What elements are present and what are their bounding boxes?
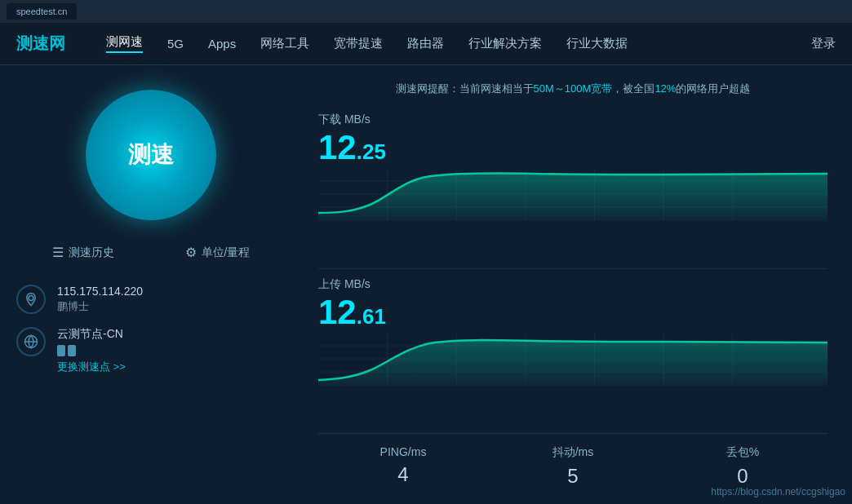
nav-item-bigdata[interactable]: 行业大数据 <box>566 36 628 51</box>
upload-dec: .61 <box>357 304 386 329</box>
nav-item-broadband[interactable]: 宽带提速 <box>334 36 383 51</box>
server-bars <box>57 345 126 356</box>
notice-bandwidth: 50M～100M宽带 <box>534 82 613 95</box>
loss-label: 丢包% <box>658 445 828 460</box>
nav-item-router[interactable]: 路由器 <box>407 36 444 51</box>
upload-section: 上传 MB/s 12.61 <box>318 277 828 409</box>
loss-value: 0 <box>658 465 828 488</box>
jitter-stat: 抖动/ms 5 <box>488 445 658 488</box>
nav-item-5g[interactable]: 5G <box>167 37 184 51</box>
svg-point-0 <box>29 296 33 301</box>
download-label: 下载 MB/s <box>318 113 828 127</box>
jitter-value: 5 <box>488 465 658 488</box>
right-panel: 测速网提醒：当前网速相当于50M～100M宽带，被全国12%的网络用户超越 下载… <box>302 65 852 504</box>
nav-item-speed[interactable]: 测网速 <box>106 34 143 53</box>
notice-percent: 12% <box>655 82 676 95</box>
notice-prefix: 测速网提醒：当前网速相当于 <box>396 82 534 95</box>
speed-button-label: 测速 <box>128 139 174 170</box>
download-chart <box>318 168 828 221</box>
settings-button[interactable]: ⚙ 单位/量程 <box>185 245 251 260</box>
navbar: 测速网 测网速 5G Apps 网络工具 宽带提速 路由器 行业解决方案 行业大… <box>0 23 852 65</box>
nav-item-tools[interactable]: 网络工具 <box>260 36 309 51</box>
download-dec: .25 <box>357 139 386 164</box>
download-int: 12 <box>318 128 357 166</box>
change-server-link[interactable]: 更换测速点 >> <box>57 360 126 374</box>
watermark: https://blog.csdn.net/ccgshigao <box>711 486 845 497</box>
notice-bar: 测速网提醒：当前网速相当于50M～100M宽带，被全国12%的网络用户超越 <box>318 82 828 96</box>
loss-stat: 丢包% 0 <box>658 445 828 488</box>
stats-row: PING/ms 4 抖动/ms 5 丢包% 0 <box>318 433 828 488</box>
upload-chart <box>318 333 828 386</box>
login-button[interactable]: 登录 <box>811 36 836 51</box>
jitter-label: 抖动/ms <box>488 445 658 460</box>
info-section: 115.175.114.220 鹏博士 云测节点-CN <box>16 285 286 374</box>
notice-middle: ，被全国 <box>612 82 655 95</box>
server-info-item: 云测节点-CN 更换测速点 >> <box>16 327 286 374</box>
history-label: 测速历史 <box>69 245 114 260</box>
ip-info-item: 115.175.114.220 鹏博士 <box>16 285 286 314</box>
settings-label: 单位/量程 <box>202 245 251 260</box>
controls-row: ☰ 测速历史 ⚙ 单位/量程 <box>16 245 286 260</box>
history-icon: ☰ <box>52 245 64 260</box>
section-divider <box>318 268 828 269</box>
gear-icon: ⚙ <box>185 245 197 260</box>
server-bar-1 <box>57 345 65 356</box>
ping-value: 4 <box>318 463 488 486</box>
upload-int: 12 <box>318 293 357 331</box>
ip-address: 115.175.114.220 <box>57 285 143 298</box>
ip-text-block: 115.175.114.220 鹏博士 <box>57 285 143 314</box>
ping-stat: PING/ms 4 <box>318 445 488 488</box>
server-name: 云测节点-CN <box>57 327 126 342</box>
history-button[interactable]: ☰ 测速历史 <box>52 245 114 260</box>
tab-bar: speedtest.cn <box>0 0 852 23</box>
server-bar-2 <box>68 345 76 356</box>
site-logo[interactable]: 测速网 <box>16 33 65 55</box>
notice-suffix: 的网络用户超越 <box>676 82 750 95</box>
ping-label: PING/ms <box>318 445 488 458</box>
left-panel: 测速 ☰ 测速历史 ⚙ 单位/量程 <box>0 65 302 504</box>
upload-label: 上传 MB/s <box>318 277 828 292</box>
upload-value: 12.61 <box>318 295 828 329</box>
main-content: 测速 ☰ 测速历史 ⚙ 单位/量程 <box>0 65 852 504</box>
ip-location: 鹏博士 <box>57 299 143 314</box>
nav-item-apps[interactable]: Apps <box>208 37 236 51</box>
server-icon <box>16 327 46 356</box>
location-icon <box>16 285 46 314</box>
server-text-block: 云测节点-CN 更换测速点 >> <box>57 327 126 374</box>
nav-item-industry[interactable]: 行业解决方案 <box>468 36 542 51</box>
tab-item[interactable]: speedtest.cn <box>7 3 77 20</box>
speed-start-button[interactable]: 测速 <box>86 90 216 220</box>
download-value: 12.25 <box>318 130 828 165</box>
download-section: 下载 MB/s 12.25 <box>318 113 828 244</box>
